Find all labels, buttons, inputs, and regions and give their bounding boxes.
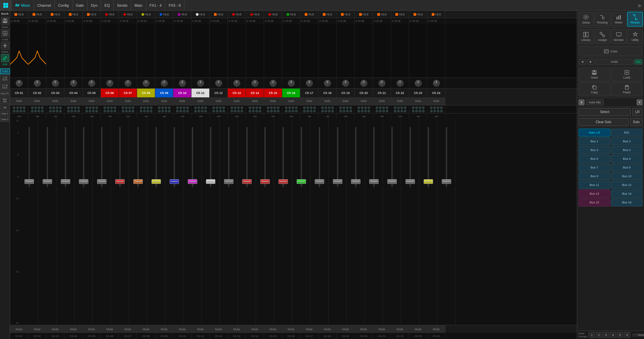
move-icon-btn[interactable] [1,42,9,50]
pan-knob-05[interactable] [88,80,95,87]
fader-handle-18[interactable] [333,179,342,184]
ch-name-22[interactable]: Ch 22 [391,89,409,97]
solo-btn-11[interactable]: Solo [191,97,210,105]
mute-group-4[interactable]: 4 [610,332,616,338]
nav-gate[interactable]: Gate [73,0,88,10]
ch-name-14[interactable]: Ch 14 [246,89,264,97]
solo-btn-02[interactable]: Solo [28,97,46,105]
nav-main[interactable]: Main [131,0,146,10]
ch-name-02[interactable]: Ch 02 [28,89,46,97]
solo-btn-23[interactable]: Solo [409,97,427,105]
save-icon-btn[interactable] [1,17,9,25]
mute-btn-14[interactable]: Mute [246,325,264,333]
pan-knob-11[interactable] [197,80,204,87]
nav-dyn[interactable]: Dyn [88,0,101,10]
nav-channel[interactable]: Channel [34,0,55,10]
fader-handle-08[interactable] [152,179,161,184]
mute-btn-18[interactable]: Mute [318,325,337,333]
ch-name-05[interactable]: Ch 05 [83,89,101,97]
bank-1-16-dca[interactable]: 1-16 DCA [0,75,10,82]
fader-handle-10[interactable] [188,179,197,184]
meter-btn[interactable]: Meter [611,12,627,27]
solo-btn-07[interactable]: Solo [119,97,137,105]
auto-mix-x[interactable]: X [578,99,585,105]
solo-btn-24[interactable]: Solo [427,97,445,105]
solo-btn-06[interactable]: Solo [101,97,119,105]
load-button[interactable]: Load [611,67,643,82]
solo-btn-13[interactable]: Solo [228,97,246,105]
fader-handle-11[interactable] [206,179,215,184]
bus-btn-bus15[interactable]: Bus 15 [578,198,610,206]
mute-btn-17[interactable]: Mute [300,325,318,333]
solo-btn-20[interactable]: Solo [355,97,373,105]
fader-handle-22[interactable] [405,179,415,184]
mute-group-5[interactable]: 5 [617,332,623,338]
mute-btn-22[interactable]: Mute [391,325,409,333]
ch-name-07[interactable]: Ch 07 [119,89,137,97]
prev-btn[interactable]: ◄ [578,59,586,65]
pan-knob-15[interactable] [270,80,276,87]
go-btn[interactable]: Go [634,59,643,65]
solo-btn-12[interactable]: Solo [210,97,228,105]
mute-btn-23[interactable]: Mute [409,325,427,333]
fader-handle-16[interactable] [297,179,306,184]
bus-btn-bus13[interactable]: Bus 13 [578,190,610,198]
mute-btn-09[interactable]: Mute [155,325,173,333]
ch-name-13[interactable]: Ch 13 [228,89,246,97]
solo-btn-08[interactable]: Solo [137,97,155,105]
ch-name-21[interactable]: Ch 21 [373,89,391,97]
nav-mixer[interactable]: Mixer [12,0,34,10]
ch-name-17[interactable]: Ch 17 [300,89,318,97]
ch-name-08[interactable]: Ch 08 [137,89,155,97]
fader-handle-21[interactable] [387,179,397,184]
copy-button[interactable]: Copy [578,82,610,96]
solo-btn-19[interactable]: Solo [337,97,355,105]
bank-all[interactable]: All [0,105,10,110]
bus-btn-bus8[interactable]: Bus 8 [611,163,643,172]
mute-btn-15[interactable]: Mute [264,325,282,333]
mute-btn-11[interactable]: Mute [191,325,210,333]
bus-btn-bus14[interactable]: Bus 14 [611,190,643,198]
pan-knob-07[interactable] [125,80,131,87]
ch-name-06[interactable]: Ch 06 [101,89,119,97]
select-button[interactable]: Select [578,108,631,116]
pan-knob-22[interactable] [397,80,403,87]
mute-btn-20[interactable]: Mute [355,325,373,333]
monitor-btn[interactable]: Monitor [611,29,627,44]
fader-handle-13[interactable] [242,179,252,184]
bus-btn-bus5[interactable]: Bus 5 [578,155,610,163]
nav-fx1-4[interactable]: FX1 - 4 [146,0,165,10]
mute-btn-13[interactable]: Mute [228,325,246,333]
paste-button[interactable]: Paste [611,82,643,96]
bus-btn-bus4[interactable]: Bus 4 [611,146,643,154]
mute-btn-08[interactable]: Mute [137,325,155,333]
nav-fx5-8[interactable]: FX5 - 8 [165,0,184,10]
mute-group-1[interactable]: 1 [589,332,595,338]
fader-handle-20[interactable] [369,179,379,184]
bank-user2[interactable]: User 2 [0,117,10,122]
mute-group-6[interactable]: 6 [624,332,630,338]
pan-knob-12[interactable] [215,80,222,87]
mute-btn-06[interactable]: Mute [101,325,119,333]
ch-name-04[interactable]: Ch 04 [65,89,83,97]
routing-btn[interactable]: Routing [595,12,610,27]
ch-name-24[interactable]: Ch 24 [427,89,445,97]
solo-btn-14[interactable]: Solo [246,97,264,105]
mute-btn-19[interactable]: Mute [337,325,355,333]
fader-handle-07[interactable] [133,179,143,184]
bus-btn-bus9[interactable]: Bus 9 [578,172,610,180]
setup-btn[interactable]: Setup [578,12,594,27]
undo-btn[interactable]: Undo [595,59,633,65]
bank-bus-mtx[interactable]: Bus Mtx [0,97,10,104]
bus-btn-bus16[interactable]: Bus 16 [611,198,643,206]
edit-icon-btn[interactable] [1,54,9,62]
ch-name-15[interactable]: Ch 15 [264,89,282,97]
auto-mix-label[interactable]: Auto Mix [586,99,604,105]
fader-handle-01[interactable] [25,179,34,184]
fader-handle-03[interactable] [61,179,70,184]
solo-btn-17[interactable]: Solo [300,97,318,105]
fader-handle-05[interactable] [97,179,106,184]
pan-knob-13[interactable] [233,80,240,87]
solo-btn-05[interactable]: Solo [83,97,101,105]
fader-handle-24[interactable] [442,179,451,184]
